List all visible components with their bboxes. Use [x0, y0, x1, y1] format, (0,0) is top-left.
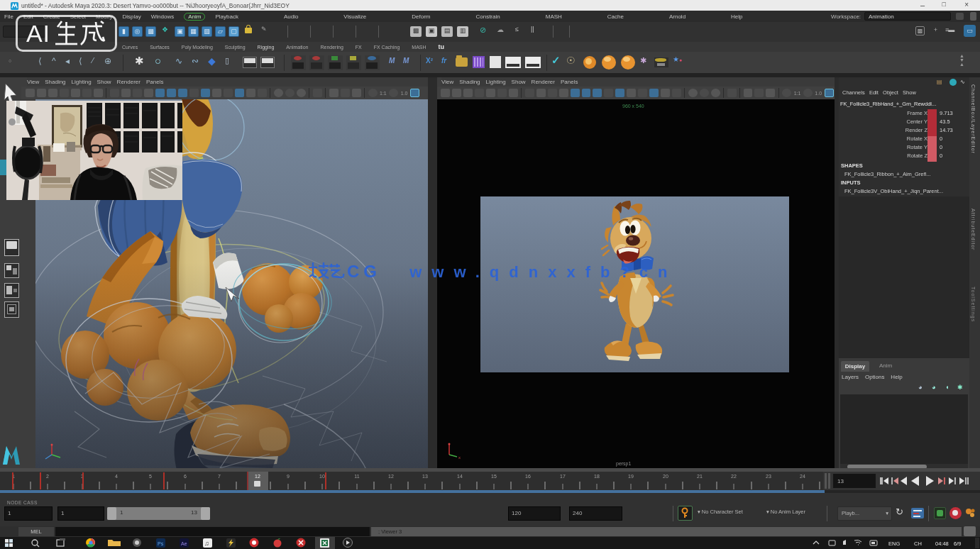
svg-text:17: 17 [560, 474, 566, 479]
svg-text:12: 12 [388, 474, 394, 479]
svg-text:22: 22 [731, 474, 737, 479]
svg-text:Ae: Ae [181, 541, 187, 546]
svg-text:5: 5 [149, 474, 152, 479]
svg-text:04:48: 04:48 [935, 540, 949, 547]
svg-text:4: 4 [115, 474, 118, 479]
svg-text:14: 14 [457, 474, 463, 479]
svg-text:6/9: 6/9 [954, 540, 961, 547]
svg-text:11: 11 [354, 474, 359, 479]
svg-text:6: 6 [184, 474, 187, 479]
svg-text:♫: ♫ [204, 540, 209, 547]
svg-text:19: 19 [628, 474, 634, 479]
svg-text:960 x 540: 960 x 540 [622, 104, 644, 109]
svg-text:18: 18 [594, 474, 600, 479]
svg-text:15: 15 [491, 474, 497, 479]
svg-text:23: 23 [766, 474, 771, 479]
svg-text:ENG: ENG [888, 540, 900, 547]
svg-text:13: 13 [837, 478, 844, 484]
svg-text:10: 10 [319, 474, 325, 479]
svg-text:x: x [458, 455, 461, 460]
svg-text:CH: CH [914, 540, 922, 547]
svg-text:9: 9 [287, 474, 290, 479]
svg-text:21: 21 [697, 474, 703, 479]
svg-text:12: 12 [255, 474, 260, 479]
svg-text:24: 24 [800, 474, 805, 479]
svg-text:13: 13 [422, 474, 428, 479]
svg-text:7: 7 [218, 474, 221, 479]
svg-text:persp1: persp1 [616, 461, 632, 467]
svg-text:2: 2 [46, 474, 49, 479]
svg-text:Ps: Ps [158, 541, 164, 546]
svg-text:16: 16 [525, 474, 531, 479]
svg-text:20: 20 [663, 474, 668, 479]
